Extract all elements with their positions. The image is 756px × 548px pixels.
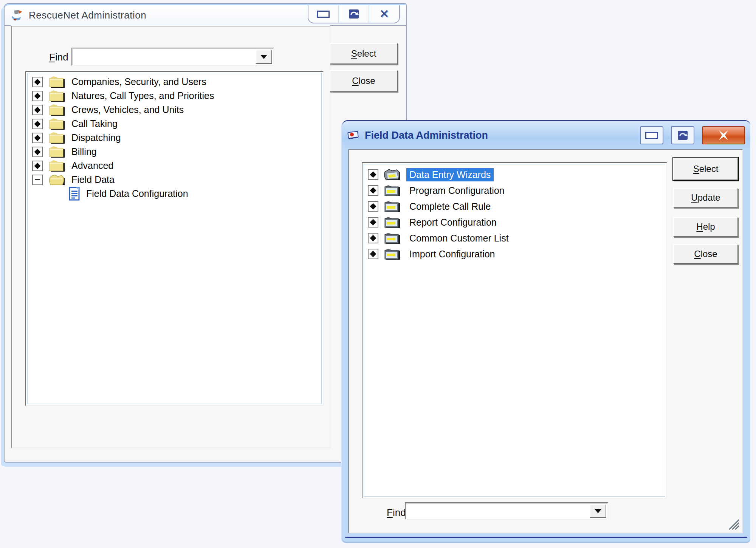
- folder-open-icon: [384, 168, 401, 181]
- tree-item-billing[interactable]: Billing: [26, 145, 323, 159]
- plus-box-icon[interactable]: [32, 119, 43, 129]
- folder-icon: [48, 117, 66, 131]
- tree-item-label: Natures, Call Types, and Priorities: [71, 90, 214, 101]
- admin-tree[interactable]: Companies, Security, and Users Natures, …: [25, 71, 324, 406]
- list-item-data-entry-wizards[interactable]: Data Entry Wizards: [363, 167, 666, 183]
- list-item-label: Data Entry Wizards: [406, 168, 494, 181]
- find-label: Find: [49, 51, 68, 63]
- folder-icon: [48, 145, 66, 159]
- window2-titlebar: Field Data Administration: [342, 121, 750, 149]
- tree-item-label: Billing: [71, 146, 97, 157]
- tree-item-advanced[interactable]: Advanced: [26, 159, 323, 173]
- tree-item-companies-security-users[interactable]: Companies, Security, and Users: [26, 75, 323, 89]
- tree-item-label: Advanced: [71, 160, 113, 171]
- list-item-label: Program Configuration: [406, 184, 508, 197]
- folder-icon: [48, 75, 66, 89]
- list-item-label: Complete Call Rule: [406, 200, 494, 213]
- select-button[interactable]: Select: [330, 43, 398, 64]
- close-icon[interactable]: [702, 126, 745, 144]
- folder-icon: [48, 159, 66, 173]
- find-combobox[interactable]: [405, 502, 608, 520]
- tree-item-label: Companies, Security, and Users: [71, 76, 206, 87]
- restore-icon[interactable]: [338, 5, 369, 23]
- folder-icon: [48, 131, 66, 145]
- find-label: Find: [387, 507, 406, 519]
- window2-content: Data Entry Wizards Program Configuration: [348, 149, 743, 533]
- plus-box-icon[interactable]: [368, 217, 378, 228]
- desktop: RescueNet Administration ✕ Find: [0, 0, 756, 548]
- restore-icon[interactable]: [671, 126, 694, 144]
- list-item-label: Report Configuration: [406, 216, 500, 229]
- plus-box-icon[interactable]: [368, 233, 378, 243]
- folder-icon: [384, 231, 401, 245]
- minimize-icon[interactable]: [640, 126, 663, 144]
- tree-item-field-data[interactable]: Field Data: [26, 173, 323, 187]
- plus-box-icon[interactable]: [32, 133, 43, 143]
- update-button[interactable]: Update: [673, 188, 738, 207]
- rescuenet-logo-icon: [11, 9, 23, 21]
- minus-box-icon[interactable]: [32, 175, 43, 185]
- select-button[interactable]: Select: [673, 158, 738, 180]
- tree-item-label: Field Data Configuration: [86, 188, 188, 199]
- window2-title: Field Data Administration: [365, 130, 632, 141]
- folder-icon: [48, 89, 66, 103]
- folder-open-icon: [48, 173, 66, 187]
- folder-icon: [384, 200, 401, 213]
- plus-box-icon[interactable]: [368, 201, 378, 212]
- plus-box-icon[interactable]: [368, 185, 378, 196]
- minimize-icon[interactable]: [308, 5, 338, 23]
- tree-item-field-data-configuration[interactable]: Field Data Configuration: [26, 187, 323, 201]
- find-input[interactable]: [74, 50, 255, 63]
- tree-item-label: Field Data: [71, 174, 115, 185]
- plus-box-icon[interactable]: [32, 91, 43, 101]
- tree-item-label: Call Taking: [71, 118, 118, 129]
- field-data-app-icon: [347, 130, 359, 141]
- chevron-down-icon[interactable]: [590, 504, 606, 518]
- tree-item-label: Crews, Vehicles, and Units: [71, 104, 184, 115]
- list-item-complete-call-rule[interactable]: Complete Call Rule: [363, 198, 666, 214]
- close-icon[interactable]: ✕: [369, 5, 399, 23]
- resize-grip-icon[interactable]: [727, 517, 740, 530]
- list-item-import-configuration[interactable]: Import Configuration: [363, 246, 666, 262]
- tree-item-dispatching[interactable]: Dispatching: [26, 131, 323, 145]
- list-item-common-customer-list[interactable]: Common Customer List: [363, 230, 666, 246]
- folder-icon: [48, 103, 66, 117]
- find-combobox[interactable]: [71, 48, 274, 66]
- folder-icon: [384, 247, 401, 261]
- plus-box-icon[interactable]: [368, 249, 378, 259]
- find-input[interactable]: [407, 505, 589, 517]
- close-button[interactable]: Close: [673, 244, 738, 264]
- list-item-label: Common Customer List: [406, 232, 512, 245]
- field-data-category-list[interactable]: Data Entry Wizards Program Configuration: [362, 162, 667, 498]
- close-button[interactable]: Close: [330, 70, 398, 91]
- help-button[interactable]: Help: [673, 217, 738, 237]
- folder-icon: [384, 215, 401, 229]
- document-icon: [68, 187, 81, 201]
- window1-title: RescueNet Administration: [29, 9, 146, 21]
- tree-item-crews-vehicles-units[interactable]: Crews, Vehicles, and Units: [26, 103, 323, 117]
- chevron-down-icon[interactable]: [256, 50, 272, 64]
- window1-caption-buttons: ✕: [308, 5, 400, 23]
- list-item-program-configuration[interactable]: Program Configuration: [363, 183, 666, 198]
- plus-box-icon[interactable]: [32, 105, 43, 115]
- list-item-report-configuration[interactable]: Report Configuration: [363, 214, 666, 230]
- plus-box-icon[interactable]: [32, 161, 43, 171]
- tree-item-natures-calltypes-priorities[interactable]: Natures, Call Types, and Priorities: [26, 89, 323, 103]
- plus-box-icon[interactable]: [32, 77, 43, 87]
- window-field-data-administration: Field Data Administration: [342, 120, 750, 542]
- tree-item-call-taking[interactable]: Call Taking: [26, 117, 323, 131]
- tree-item-label: Dispatching: [71, 132, 121, 143]
- list-item-label: Import Configuration: [406, 248, 498, 261]
- plus-box-icon[interactable]: [368, 169, 378, 180]
- plus-box-icon[interactable]: [32, 147, 43, 157]
- folder-icon: [384, 184, 401, 197]
